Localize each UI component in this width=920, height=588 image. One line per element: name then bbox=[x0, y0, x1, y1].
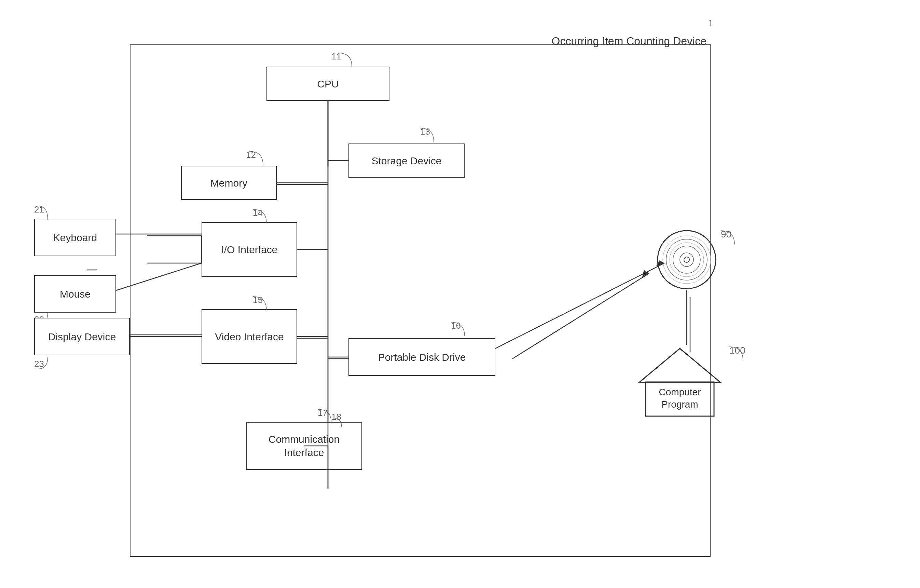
comm-number: 17 bbox=[318, 408, 328, 418]
svg-point-26 bbox=[663, 236, 711, 283]
svg-point-23 bbox=[680, 253, 693, 267]
io-label: I/O Interface bbox=[221, 243, 277, 256]
cpu-box: CPU bbox=[266, 66, 389, 101]
comm-box: Communication Interface bbox=[246, 422, 362, 470]
storage-box: Storage Device bbox=[348, 144, 465, 178]
svg-point-25 bbox=[670, 243, 704, 277]
main-device-box: Occurring Item Counting Device 1 bbox=[130, 44, 711, 557]
io-box: I/O Interface bbox=[202, 222, 297, 277]
computer-program-box: Computer Program bbox=[635, 345, 724, 422]
keyboard-box: Keyboard bbox=[34, 219, 116, 256]
display-box: Display Device bbox=[34, 318, 130, 355]
video-box: Video Interface bbox=[202, 309, 297, 364]
computer-program-label: Computer Program bbox=[635, 386, 724, 411]
storage-number: 13 bbox=[420, 126, 430, 137]
main-box-title: Occurring Item Counting Device bbox=[551, 35, 706, 47]
svg-point-21 bbox=[666, 239, 707, 280]
main-box-number: 1 bbox=[708, 18, 713, 29]
disc-icon bbox=[656, 229, 718, 290]
storage-label: Storage Device bbox=[371, 154, 441, 167]
mouse-label: Mouse bbox=[60, 287, 91, 301]
keyboard-label: Keyboard bbox=[53, 231, 97, 244]
video-number: 15 bbox=[253, 295, 263, 305]
memory-number: 12 bbox=[246, 150, 256, 160]
video-label: Video Interface bbox=[215, 330, 283, 343]
svg-point-24 bbox=[684, 257, 689, 262]
memory-box: Memory bbox=[181, 166, 277, 200]
keyboard-number: 21 bbox=[34, 204, 44, 215]
disc-number: 90 bbox=[721, 229, 731, 240]
disk-number: 16 bbox=[451, 321, 461, 331]
bus-number: 18 bbox=[331, 412, 341, 422]
io-number: 14 bbox=[253, 208, 263, 218]
comm-label: Communication Interface bbox=[269, 432, 340, 459]
memory-label: Memory bbox=[211, 176, 247, 190]
mouse-box: Mouse bbox=[34, 275, 116, 313]
svg-marker-27 bbox=[639, 348, 721, 383]
display-label: Display Device bbox=[48, 330, 116, 343]
cpu-number: 11 bbox=[331, 51, 341, 62]
cpu-label: CPU bbox=[317, 77, 339, 91]
diagram: Occurring Item Counting Device 1 CPU 11 … bbox=[34, 17, 888, 570]
display-number: 23 bbox=[34, 359, 44, 369]
disk-label: Portable Disk Drive bbox=[378, 350, 466, 364]
program-number: 100 bbox=[729, 345, 745, 356]
svg-point-22 bbox=[673, 246, 700, 273]
disk-box: Portable Disk Drive bbox=[348, 338, 496, 376]
